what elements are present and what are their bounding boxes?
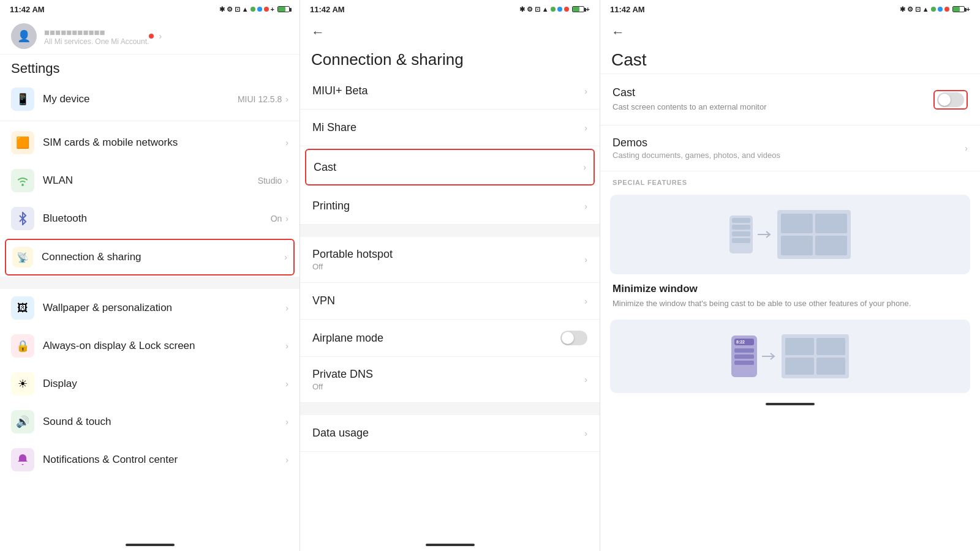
back-button-right[interactable]: ← [611, 24, 625, 40]
sidebar-item-sound-touch[interactable]: 🔊 Sound & touch › [0, 403, 300, 441]
private-dns-chevron: › [584, 375, 587, 384]
time-right: 11:42 AM [610, 5, 645, 14]
battery-icon [277, 6, 290, 12]
bluetooth-icon-m: ✱ [519, 6, 525, 13]
dot-green-m [551, 7, 556, 12]
vpn-chevron: › [584, 296, 587, 306]
home-indicator-left [0, 539, 300, 551]
sidebar-item-always-on[interactable]: 🔒 Always-on display & Lock screen › [0, 327, 300, 365]
dot-blue-r [938, 7, 943, 12]
page-title: Settings [11, 61, 288, 77]
menu-item-airplane-mode[interactable]: Airplane mode [300, 320, 600, 357]
menu-item-portable-hotspot[interactable]: Portable hotspot Off › [300, 237, 600, 283]
illustration-screen [777, 210, 851, 259]
cast-item-subtitle: Cast screen contents to an external moni… [612, 102, 933, 113]
back-bar-right: ← [600, 18, 980, 44]
sound-label: Sound & touch [43, 416, 285, 428]
back-bar-middle: ← [300, 18, 600, 44]
wlan-chevron: › [285, 176, 288, 186]
sidebar-item-wlan[interactable]: WLAN Studio › [0, 162, 300, 200]
account-chevron: › [159, 31, 162, 41]
cast-icon-r: ⊡ [915, 6, 921, 13]
hotspot-status: Off [312, 262, 584, 271]
home-indicator-middle [300, 539, 600, 551]
sound-icon: 🔊 [11, 410, 34, 433]
hotspot-label: Portable hotspot [312, 248, 584, 261]
account-content: ■■■■■■■■■■■ All Mi services. One Mi Acco… [44, 27, 149, 46]
wlan-label: WLAN [43, 174, 258, 187]
sidebar-item-sim-cards[interactable]: 🟧 SIM cards & mobile networks › [0, 124, 300, 162]
bluetooth-value: On [271, 214, 282, 223]
menu-item-mi-share[interactable]: Mi Share › [300, 110, 600, 146]
menu-item-data-usage[interactable]: Data usage › [300, 415, 600, 452]
status-icons-right: ✱ ⚙ ⊡ ▲ + [900, 6, 970, 13]
cast-toggle-box[interactable] [933, 90, 968, 110]
printing-label: Printing [312, 200, 584, 212]
cast-title-bar: Cast [600, 44, 980, 73]
bluetooth-chevron: › [285, 214, 288, 223]
demos-item[interactable]: Demos Casting documents, games, photos, … [600, 126, 980, 171]
connection-chevron: › [284, 252, 287, 262]
battery-icon-m [572, 6, 584, 12]
status-bar-left: 11:42 AM ✱ ⚙ ⊡ ▲ + [0, 0, 300, 18]
miui-beta-chevron: › [584, 86, 587, 96]
home-bar-middle [426, 544, 475, 546]
data-usage-chevron: › [584, 429, 587, 438]
notifications-label: Notifications & Control center [43, 454, 285, 466]
cast-panel: 11:42 AM ✱ ⚙ ⊡ ▲ + ← Cast Cast Cast scre… [600, 0, 980, 551]
illustration-screen2 [782, 334, 849, 378]
sidebar-item-bluetooth[interactable]: Bluetooth On › [0, 200, 300, 238]
menu-item-vpn[interactable]: VPN › [300, 283, 600, 320]
sim-label: SIM cards & mobile networks [43, 137, 285, 149]
sidebar-item-wallpaper[interactable]: 🖼 Wallpaper & personalization › [0, 289, 300, 327]
printing-chevron: › [584, 201, 587, 211]
sidebar-item-display[interactable]: ☀ Display › [0, 365, 300, 403]
battery-plus-m: + [586, 6, 590, 13]
cast-toggle-item: Cast Cast screen contents to an external… [600, 74, 980, 125]
gear-icon-m: ⚙ [527, 6, 533, 13]
minimize-window-title: Minimize window [600, 279, 980, 296]
wifi-icon-m: ▲ [542, 6, 549, 13]
battery-plus-r: + [967, 6, 970, 13]
sidebar-item-notifications[interactable]: Notifications & Control center › [0, 441, 300, 479]
demos-subtitle: Casting documents, games, photos, and vi… [612, 151, 965, 160]
account-subtitle: All Mi services. One Mi Account. [44, 37, 149, 46]
hotspot-chevron: › [584, 255, 587, 264]
airplane-toggle[interactable] [560, 331, 587, 345]
account-title: ■■■■■■■■■■■ [44, 27, 149, 37]
data-usage-label: Data usage [312, 427, 584, 440]
display-icon: ☀ [11, 372, 34, 395]
wallpaper-label: Wallpaper & personalization [43, 302, 285, 314]
sidebar-item-my-device[interactable]: 📱 My device MIUI 12.5.8 › [0, 80, 300, 118]
menu-item-printing[interactable]: Printing › [300, 188, 600, 225]
menu-item-cast[interactable]: Cast › [305, 149, 595, 186]
status-icons-middle: ✱ ⚙ ⊡ ▲ + [519, 6, 590, 13]
dot-red-r [944, 7, 949, 12]
cast-menu-chevron: › [583, 162, 586, 172]
display-chevron: › [285, 379, 288, 389]
gear-icon-r: ⚙ [907, 6, 913, 13]
mi-share-label: Mi Share [312, 121, 584, 134]
illustration-phone [729, 216, 753, 253]
sidebar-item-connection-sharing[interactable]: 📡 Connection & sharing › [5, 239, 295, 276]
demos-chevron: › [965, 143, 968, 153]
account-item[interactable]: 👤 ■■■■■■■■■■■ All Mi services. One Mi Ac… [0, 18, 300, 54]
cast-icon-m: ⊡ [535, 6, 540, 13]
menu-item-private-dns[interactable]: Private DNS Off › [300, 357, 600, 403]
home-bar-left [126, 544, 175, 546]
wifi-icon-r: ▲ [922, 6, 929, 13]
private-dns-status: Off [312, 382, 584, 391]
menu-item-miui-beta[interactable]: MIUI+ Beta › [300, 73, 600, 110]
time-left: 11:42 AM [10, 5, 45, 14]
demos-title: Demos [612, 137, 965, 149]
cast-toggle[interactable] [937, 92, 964, 107]
lockscreen-icon: 🔒 [11, 334, 34, 358]
status-bar-middle: 11:42 AM ✱ ⚙ ⊡ ▲ + [300, 0, 600, 18]
display-label: Display [43, 378, 285, 390]
back-button-middle[interactable]: ← [311, 24, 325, 40]
home-indicator-right [600, 398, 980, 410]
arrow-icon2 [762, 352, 777, 361]
status-icons-left: ✱ ⚙ ⊡ ▲ + [219, 6, 290, 13]
connection-label: Connection & sharing [42, 251, 284, 263]
minimize-window-desc: Minimize the window that's being cast to… [600, 296, 980, 315]
